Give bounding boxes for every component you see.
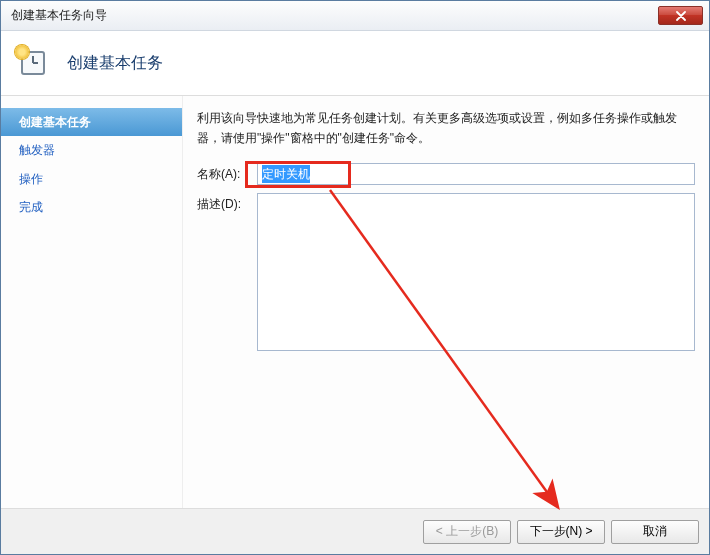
wizard-content: 利用该向导快速地为常见任务创建计划。有关更多高级选项或设置，例如多任务操作或触发… (183, 96, 709, 508)
instructions-text: 利用该向导快速地为常见任务创建计划。有关更多高级选项或设置，例如多任务操作或触发… (197, 108, 695, 149)
window-title: 创建基本任务向导 (7, 7, 658, 24)
sidebar-item-create-task[interactable]: 创建基本任务 (1, 108, 182, 136)
close-icon (675, 11, 687, 21)
description-textarea[interactable] (257, 193, 695, 351)
sidebar-item-finish[interactable]: 完成 (1, 193, 182, 221)
sidebar-item-trigger[interactable]: 触发器 (1, 136, 182, 164)
description-label: 描述(D): (197, 193, 257, 213)
name-label: 名称(A): (197, 163, 257, 183)
next-button[interactable]: 下一步(N) > (517, 520, 605, 544)
wizard-steps-sidebar: 创建基本任务 触发器 操作 完成 (1, 96, 183, 508)
wizard-header: 创建基本任务 (1, 31, 709, 96)
task-scheduler-icon (17, 47, 49, 79)
wizard-body: 创建基本任务 触发器 操作 完成 利用该向导快速地为常见任务创建计划。有关更多高… (1, 96, 709, 508)
name-row: 名称(A): 定时关机 (197, 163, 695, 185)
wizard-footer: < 上一步(B) 下一步(N) > 取消 (1, 508, 709, 554)
name-input[interactable]: 定时关机 (257, 163, 695, 185)
cancel-button[interactable]: 取消 (611, 520, 699, 544)
page-title: 创建基本任务 (67, 53, 163, 74)
sidebar-item-action[interactable]: 操作 (1, 165, 182, 193)
wizard-window: 创建基本任务向导 创建基本任务 创建基本任务 触发器 操作 完成 利用该向导快速… (0, 0, 710, 555)
description-row: 描述(D): (197, 193, 695, 351)
titlebar: 创建基本任务向导 (1, 1, 709, 31)
close-button[interactable] (658, 6, 703, 25)
back-button: < 上一步(B) (423, 520, 511, 544)
name-value: 定时关机 (262, 165, 310, 183)
